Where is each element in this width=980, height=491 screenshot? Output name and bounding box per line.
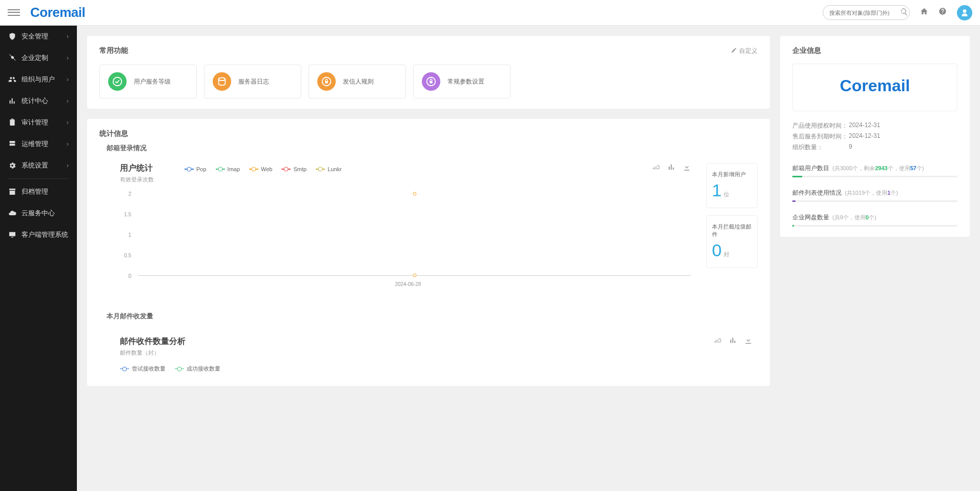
users-icon — [8, 75, 16, 84]
sidebar-item-6[interactable]: 系统设置› — [0, 155, 77, 176]
sidebar-item-3[interactable]: 统计中心› — [0, 90, 77, 112]
sidebar-item-1[interactable]: 企业定制› — [0, 47, 77, 69]
side-stats: 本月新增用户1位本月拦截垃圾邮件0封 — [706, 163, 758, 291]
legend-label: Pop — [196, 166, 207, 172]
y-tick: 0 — [128, 273, 131, 279]
legend-marker-icon — [185, 167, 194, 172]
topbar: Coremail — [0, 0, 980, 26]
download-icon[interactable] — [683, 163, 691, 173]
gear-icon — [8, 161, 16, 170]
legend-label: Smtp — [293, 166, 307, 172]
global-search[interactable] — [823, 5, 910, 20]
stat-box-1: 本月拦截垃圾邮件0封 — [706, 215, 758, 268]
svg-rect-3 — [325, 81, 328, 84]
usage-detail: (共9个，使用0个) — [832, 214, 876, 220]
chart1-x-label: 2024-06-28 — [395, 281, 421, 287]
stat-box-0: 本月新增用户1位 — [706, 163, 758, 208]
customize-link[interactable]: 自定义 — [731, 47, 758, 55]
function-tile-0[interactable]: 用户服务等级 — [99, 65, 197, 98]
chart2-subtitle: 邮件数量（封） — [120, 349, 186, 357]
desktop-icon — [8, 231, 16, 239]
function-tile-3[interactable]: 常规参数设置 — [413, 65, 511, 98]
info-key: 产品使用授权时间： — [792, 121, 849, 130]
search-input[interactable] — [829, 10, 900, 16]
clipboard-icon — [8, 118, 16, 127]
sidebar-label: 统计中心 — [22, 96, 48, 106]
sidebar-secondary-0[interactable]: 归档管理 — [0, 181, 77, 202]
chart-line-icon[interactable] — [713, 336, 722, 346]
sidebar-label: 审计管理 — [22, 118, 48, 127]
legend-item[interactable]: Smtp — [281, 166, 307, 172]
y-tick: 1.5 — [124, 212, 131, 217]
y-tick: 2 — [128, 191, 131, 197]
enterprise-title: 企业信息 — [792, 46, 957, 55]
download-icon[interactable] — [744, 336, 752, 346]
chart2-title: 邮件收件数量分析 — [120, 336, 186, 347]
legend-marker-icon — [175, 366, 184, 372]
sidebar-item-2[interactable]: 组织与用户› — [0, 69, 77, 90]
usage-title: 企业网盘数量 — [792, 214, 829, 221]
usage-block-2: 企业网盘数量(共9个，使用0个) — [792, 213, 957, 227]
legend-marker-icon — [316, 167, 325, 172]
menu-toggle-icon[interactable] — [8, 7, 20, 19]
sidebar-label: 系统设置 — [22, 161, 48, 170]
usage-bar — [792, 176, 957, 177]
cloud-icon — [8, 209, 16, 217]
user-avatar[interactable] — [957, 5, 972, 21]
tile-icon — [213, 72, 231, 91]
chart-line-icon[interactable] — [652, 163, 660, 173]
sidebar-item-4[interactable]: 审计管理› — [0, 112, 77, 133]
legend-item[interactable]: 成功接收数量 — [175, 365, 220, 373]
info-row: 产品使用授权时间：2024-12-31 — [792, 120, 957, 131]
chart-bar-icon[interactable] — [729, 336, 737, 346]
legend-label: Imap — [228, 166, 240, 172]
sidebar-secondary-2[interactable]: 客户端管理系统 — [0, 224, 77, 246]
usage-bar — [792, 200, 957, 202]
chart1-data-point-zero — [413, 274, 416, 277]
legend-marker-icon — [216, 167, 225, 172]
function-tiles: 用户服务等级服务器日志发信人规则常规参数设置 — [99, 65, 758, 98]
legend-item[interactable]: Lunkr — [316, 166, 342, 172]
usage-title: 邮箱用户数目 — [792, 165, 829, 172]
y-tick: 0.5 — [124, 253, 131, 258]
stat-value: 0封 — [712, 240, 752, 260]
stat-unit: 封 — [724, 251, 729, 258]
login-section-title: 邮箱登录情况 — [107, 144, 758, 153]
main-content: 常用功能 自定义 用户服务等级服务器日志发信人规则常规参数设置 统计信息 邮箱登… — [77, 26, 980, 396]
legend-item[interactable]: Pop — [185, 166, 207, 172]
help-icon[interactable] — [938, 7, 947, 18]
function-tile-1[interactable]: 服务器日志 — [204, 65, 301, 98]
sidebar-label: 云服务中心 — [22, 209, 55, 218]
login-chart: 用户统计 有效登录次数 PopImapWebSmtpLunkr 21.510.5… — [99, 163, 696, 291]
server-icon — [8, 140, 16, 148]
sidebar-label: 运维管理 — [22, 139, 48, 149]
chart-bar-icon[interactable] — [667, 163, 676, 173]
function-tile-2[interactable]: 发信人规则 — [309, 65, 406, 98]
stat-unit: 位 — [724, 191, 729, 198]
enterprise-logo: Coremail — [792, 64, 957, 111]
tile-icon — [317, 72, 336, 91]
app-logo: Coremail — [30, 5, 85, 21]
sidebar-item-0[interactable]: 安全管理› — [0, 26, 77, 47]
tools-icon — [8, 54, 16, 62]
legend-label: Lunkr — [328, 166, 342, 172]
home-icon[interactable] — [920, 7, 928, 18]
legend-label: 尝试接收数量 — [132, 365, 166, 373]
usage-detail: (共3000个，剩余2943个，使用57个) — [832, 165, 924, 171]
legend-item[interactable]: Imap — [216, 166, 240, 172]
shield-icon — [8, 32, 16, 40]
legend-marker-icon — [281, 167, 291, 172]
pencil-icon — [731, 47, 737, 55]
chevron-right-icon: › — [67, 54, 69, 62]
sidebar-label: 归档管理 — [22, 187, 48, 196]
legend-item[interactable]: 尝试接收数量 — [120, 365, 166, 373]
stats-title: 统计信息 — [99, 129, 758, 138]
y-tick: 1 — [128, 232, 131, 238]
sidebar-item-5[interactable]: 运维管理› — [0, 133, 77, 155]
legend-item[interactable]: Web — [249, 166, 272, 172]
tile-label: 常规参数设置 — [447, 77, 484, 86]
chevron-right-icon: › — [67, 140, 69, 148]
stat-value: 1位 — [712, 180, 752, 200]
chart1-subtitle: 有效登录次数 — [120, 176, 154, 183]
sidebar-secondary-1[interactable]: 云服务中心 — [0, 202, 77, 224]
